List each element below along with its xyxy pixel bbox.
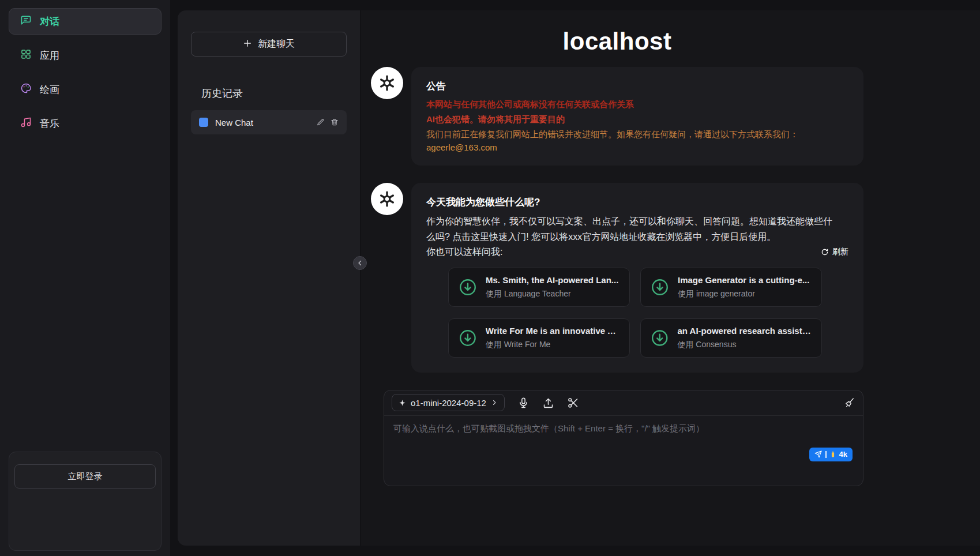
- suggestion-title: Ms. Smith, the AI-powered Lan...: [486, 275, 618, 285]
- composer-toolbar: o1-mini-2024-09-12: [384, 390, 863, 416]
- chat-list-item[interactable]: New Chat: [191, 110, 347, 134]
- suggestion-subtitle: 使用 Language Teacher: [486, 289, 618, 299]
- hint-row: 你也可以这样问我: 刷新: [426, 246, 848, 258]
- welcome-body: 作为你的智慧伙伴，我不仅可以写文案、出点子，还可以和你聊天、回答问题。想知道我还…: [426, 213, 834, 245]
- sparkle-icon: [399, 399, 406, 407]
- login-panel: 立即登录: [9, 452, 162, 551]
- main-chat-area: localhost 公告 本网站与任何其他公司或商标没有任何关联: [361, 10, 980, 546]
- new-chat-label: 新建聊天: [258, 38, 295, 50]
- scissors-icon: [567, 397, 579, 409]
- new-chat-button[interactable]: 新建聊天: [191, 32, 347, 57]
- apps-grid-icon: [20, 48, 32, 63]
- upload-button[interactable]: [542, 397, 554, 409]
- sidebar-item-label: 音乐: [40, 117, 59, 130]
- refresh-label: 刷新: [832, 247, 848, 257]
- suggestion-subtitle: 使用 Write For Me: [486, 340, 620, 350]
- battery-icon: [830, 450, 836, 458]
- music-note-icon: [20, 117, 32, 131]
- send-button[interactable]: 4k: [809, 448, 853, 461]
- login-button[interactable]: 立即登录: [14, 464, 156, 489]
- assistant-message: 今天我能为您做些什么呢? 作为你的智慧伙伴，我不仅可以写文案、出点子，还可以和你…: [371, 183, 863, 372]
- arrow-down-circle-icon: [458, 328, 478, 348]
- assistant-avatar: [371, 67, 403, 99]
- edit-chat-button[interactable]: [317, 118, 325, 126]
- announcement-line-3: 我们目前正在修复我们网站上的错误并改进细节。如果您有任何疑问，请通过以下方式联系…: [426, 128, 848, 141]
- chat-list-panel: 新建聊天 历史记录 New Chat: [178, 10, 361, 546]
- assistant-avatar: [371, 183, 403, 215]
- model-label: o1-mini-2024-09-12: [411, 398, 486, 408]
- chat-title: New Chat: [215, 118, 310, 127]
- announcement-line-1: 本网站与任何其他公司或商标没有任何关联或合作关系: [426, 98, 848, 111]
- suggestion-card[interactable]: an AI-powered research assista... 使用 Con…: [640, 318, 822, 358]
- announcement-heading: 公告: [426, 80, 848, 93]
- suggestion-grid: Ms. Smith, the AI-powered Lan... 使用 Lang…: [448, 268, 822, 358]
- microphone-icon: [517, 397, 530, 409]
- suggestion-title: Image Generator is a cutting-e...: [678, 275, 809, 285]
- collapse-sidebar-button[interactable]: [353, 256, 367, 270]
- assistant-message: 公告 本网站与任何其他公司或商标没有任何关联或合作关系 AI也会犯错。请勿将其用…: [371, 67, 863, 166]
- sidebar-item-label: 绘画: [40, 83, 59, 96]
- right-panel: 新建聊天 历史记录 New Chat l: [178, 10, 980, 546]
- suggestion-title: an AI-powered research assista...: [677, 326, 812, 336]
- welcome-heading: 今天我能为您做些什么呢?: [426, 196, 848, 209]
- send-plane-icon: [814, 450, 822, 458]
- microphone-button[interactable]: [517, 397, 530, 409]
- composer-body: 4k: [384, 416, 863, 486]
- refresh-icon: [821, 248, 829, 256]
- badge-separator: [825, 451, 827, 458]
- suggestion-title: Write For Me is an innovative A...: [486, 326, 620, 336]
- sidebar-item-music[interactable]: 音乐: [9, 110, 162, 137]
- sidebar-item-label: 对话: [40, 15, 59, 28]
- contact-email-link[interactable]: ageerle@163.com: [426, 142, 497, 152]
- chevron-right-icon: [491, 399, 498, 406]
- scissors-button[interactable]: [567, 397, 579, 409]
- broom-icon: [844, 397, 855, 408]
- sidebar-item-apps[interactable]: 应用: [9, 42, 162, 69]
- announcement-line-2: AI也会犯错。请勿将其用于重要目的: [426, 113, 848, 126]
- chat-icon: [20, 14, 32, 29]
- chat-item-actions: [317, 118, 339, 126]
- history-title: 历史记录: [191, 87, 347, 100]
- palette-icon: [20, 82, 32, 97]
- sidebar: 对话 应用 绘画 音乐 立即登录: [0, 0, 170, 556]
- ask-hint: 你也可以这样问我:: [426, 246, 502, 258]
- trash-icon: [331, 118, 339, 126]
- page-title: localhost: [371, 28, 863, 55]
- arrow-down-circle-icon: [458, 277, 478, 297]
- delete-chat-button[interactable]: [331, 118, 339, 126]
- chevron-left-icon: [356, 260, 363, 266]
- suggestion-subtitle: 使用 Consensus: [677, 340, 812, 350]
- suggestion-card[interactable]: Image Generator is a cutting-e... 使用 ima…: [640, 268, 822, 307]
- welcome-card: 今天我能为您做些什么呢? 作为你的智慧伙伴，我不仅可以写文案、出点子，还可以和你…: [411, 183, 863, 372]
- message-input[interactable]: [384, 416, 863, 486]
- suggestion-card[interactable]: Write For Me is an innovative A... 使用 Wr…: [448, 318, 630, 358]
- plus-icon: [243, 39, 252, 50]
- refresh-suggestions-button[interactable]: 刷新: [821, 247, 848, 257]
- suggestion-card[interactable]: Ms. Smith, the AI-powered Lan... 使用 Lang…: [448, 268, 630, 307]
- arrow-down-circle-icon: [650, 328, 669, 348]
- composer: o1-mini-2024-09-12: [384, 390, 863, 486]
- sidebar-item-paint[interactable]: 绘画: [9, 76, 162, 103]
- app-window: 对话 应用 绘画 音乐 立即登录: [0, 0, 980, 556]
- openai-logo-icon: [377, 73, 397, 93]
- announcement-card: 公告 本网站与任何其他公司或商标没有任何关联或合作关系 AI也会犯错。请勿将其用…: [411, 67, 863, 166]
- token-count: 4k: [839, 450, 847, 459]
- suggestion-subtitle: 使用 image generator: [678, 289, 809, 299]
- clear-context-button[interactable]: [844, 397, 855, 408]
- arrow-down-circle-icon: [650, 277, 670, 297]
- chat-color-swatch: [199, 118, 208, 127]
- upload-icon: [542, 397, 554, 409]
- model-selector-button[interactable]: o1-mini-2024-09-12: [392, 394, 505, 411]
- openai-logo-icon: [377, 189, 397, 209]
- sidebar-item-chat[interactable]: 对话: [9, 8, 162, 35]
- sidebar-item-label: 应用: [40, 49, 59, 62]
- pencil-icon: [317, 118, 325, 126]
